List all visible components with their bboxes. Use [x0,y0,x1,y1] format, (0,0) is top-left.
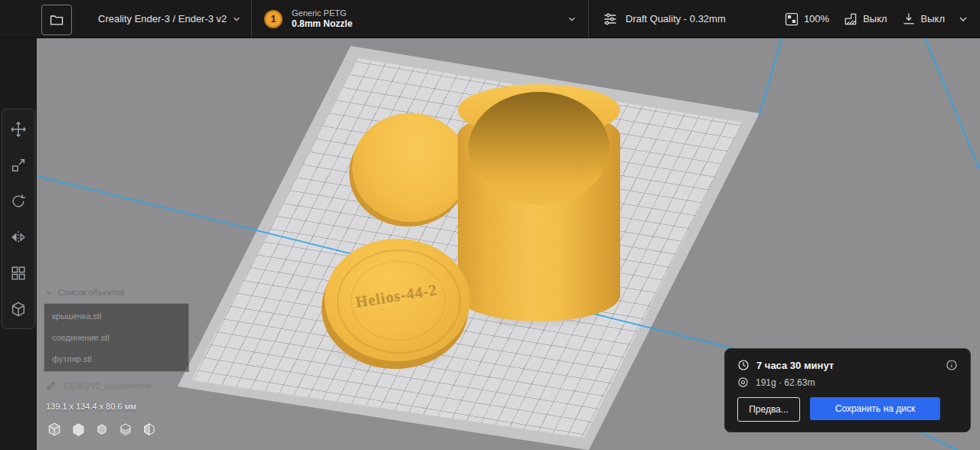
info-icon[interactable] [946,359,958,371]
scale-icon [10,157,27,174]
top-bar: Creality Ender-3 / Ender-3 v2 1 Generic … [0,0,980,38]
infill-icon [784,11,799,27]
print-time-row: 7 часа 30 минут [737,359,958,371]
chevron-down-icon [231,14,242,24]
cube-half-icon [142,422,156,436]
sliders-icon [603,11,618,27]
model-connector-disc[interactable] [349,113,469,227]
support-blocker-icon [10,301,27,318]
nozzle-size: 0.8mm Nozzle [292,18,567,29]
object-list-header[interactable]: Список объектов [44,288,125,297]
adhesion-value: Выкл [921,13,945,24]
object-list-item[interactable]: футляр.stl [44,348,188,370]
infill-value: 100% [804,13,829,24]
mirror-tool-button[interactable] [2,219,34,255]
view-layers-button[interactable] [117,419,134,439]
view-mode-bar [46,419,158,439]
pencil-icon [46,380,57,391]
model-case-cylinder[interactable] [458,84,620,323]
material-name: Generic PETG [292,8,567,18]
material-usage-row: 191g · 62.63m [737,377,958,388]
per-model-settings-icon [10,265,27,282]
cura-window: Helios-44-2 [0,0,980,450]
action-buttons-row: Предва... Сохранить на диск [737,397,958,422]
rotate-icon [10,193,27,210]
job-name-field[interactable]: CE3E3V2_соединение [46,380,152,391]
view-cube-solid-button[interactable] [46,419,63,439]
view-cube-small-button[interactable] [93,419,110,439]
object-list-panel: крышечка.stl соединение.stl футляр.stl [44,303,189,372]
left-toolbar-strip [0,0,37,450]
clock-icon [737,359,750,371]
folder-icon [49,12,64,28]
filament-spool-icon [737,377,749,388]
preview-button[interactable]: Предва... [737,397,800,422]
rotate-tool-button[interactable] [2,183,34,219]
mirror-icon [10,229,27,246]
disc-top-face [352,113,469,222]
build-volume-line [924,38,980,170]
tool-panel [2,109,35,329]
object-list-item[interactable]: соединение.stl [44,327,188,348]
printer-selector[interactable]: Creality Ender-3 / Ender-3 v2 [81,0,252,38]
material-selector[interactable]: 1 Generic PETG 0.8mm Nozzle [252,0,589,38]
collapse-chevron-icon[interactable] [957,13,969,25]
adhesion-icon [901,11,916,27]
model-dimensions: 139.1 x 134.4 x 80.6 мм [46,402,136,411]
object-list-item[interactable]: крышечка.stl [44,305,188,327]
job-name-text: CE3E3V2_соединение [64,381,152,390]
view-cube-outline-button[interactable] [70,419,87,439]
support-blocker-button[interactable] [2,291,34,327]
print-settings-selector[interactable]: Draft Quality - 0.32mm 100% Выкл [589,0,980,38]
cube-outline-icon [71,422,86,437]
cube-layers-icon [119,422,132,436]
printer-name: Creality Ender-3 / Ender-3 v2 [98,13,231,24]
cube-small-icon [96,423,108,435]
slice-result-panel: 7 часа 30 минут 191g · 62.63m Предва... … [724,348,971,432]
extruder-badge: 1 [264,10,283,28]
move-tool-button[interactable] [2,111,34,147]
material-info: Generic PETG 0.8mm Nozzle [292,8,567,29]
move-icon [10,121,27,138]
object-list-title: Список объектов [58,288,125,297]
cylinder-inner-cavity [469,92,609,205]
profile-label: Draft Quality - 0.32mm [626,13,726,24]
support-value: Выкл [863,13,887,24]
scale-tool-button[interactable] [2,147,34,183]
model-lid-cap[interactable]: Helios-44-2 [322,239,472,370]
material-usage-value: 191g · 62.63m [756,377,815,388]
view-half-cube-button[interactable] [141,419,158,439]
chevron-down-icon [567,14,577,24]
open-file-button[interactable] [41,5,72,35]
cube-solid-icon [47,422,62,437]
print-time-value: 7 часа 30 минут [756,360,834,371]
save-to-disk-button[interactable]: Сохранить на диск [810,397,940,420]
per-model-settings-button[interactable] [2,255,34,291]
chevron-down-icon [44,289,53,297]
support-icon [843,11,858,27]
